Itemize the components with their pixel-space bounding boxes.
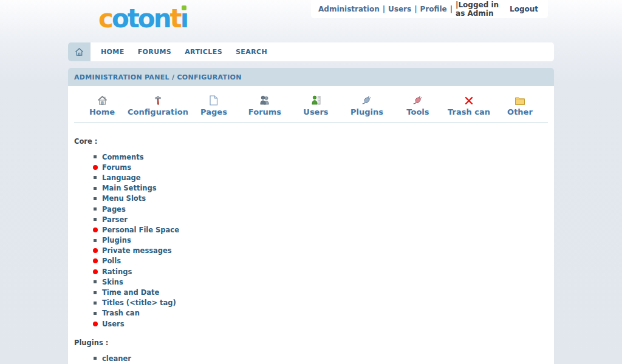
toolbar-item-plugins[interactable]: Plugins: [341, 95, 392, 116]
toolbar-label: Other: [507, 107, 533, 116]
red-dot-icon: [93, 322, 98, 326]
logo-i-dot: [182, 5, 186, 10]
toolbar-label: Trash can: [448, 107, 490, 116]
nav-home-button[interactable]: [68, 42, 91, 61]
square-bullet-icon: [94, 155, 97, 158]
toolbar-item-pages[interactable]: Pages: [188, 95, 239, 116]
config-link[interactable]: Plugins: [102, 236, 131, 244]
nav-item-home[interactable]: HOME: [94, 42, 131, 61]
list-item: Private messages: [93, 246, 554, 256]
toolbar-label: Forums: [248, 107, 281, 116]
list-item: Trash can: [93, 308, 554, 318]
list-item: Forums: [93, 162, 554, 172]
config-link[interactable]: Main Settings: [102, 184, 157, 192]
toolbar-item-tools[interactable]: Tools: [392, 95, 443, 116]
separator: |: [383, 5, 385, 13]
config-link[interactable]: cleaner: [102, 354, 131, 363]
toolbar-item-trashcan[interactable]: Trash can: [443, 95, 494, 116]
list-item: Time and Date: [93, 287, 554, 297]
list-item: Plugins: [93, 235, 554, 246]
nav-links: HOME FORUMS ARTICLES SEARCH: [91, 42, 554, 61]
red-plug-icon: [412, 95, 423, 106]
hammer-icon: [153, 95, 163, 106]
toolbar-label: Users: [303, 107, 328, 116]
list-item: Ratings: [93, 266, 554, 277]
red-dot-icon: [93, 165, 98, 170]
config-link[interactable]: Ratings: [102, 268, 132, 276]
nav-item-search[interactable]: SEARCH: [229, 42, 274, 61]
config-link[interactable]: Polls: [102, 257, 121, 265]
toolbar-item-forums[interactable]: Forums: [239, 95, 290, 116]
toolbar-item-configuration[interactable]: Configuration: [128, 95, 188, 116]
red-dot-icon: [93, 248, 98, 253]
square-bullet-icon: [94, 302, 97, 305]
square-bullet-icon: [94, 280, 97, 283]
red-dot-icon: [93, 228, 98, 232]
config-link[interactable]: Forums: [102, 163, 131, 172]
config-link[interactable]: Titles (<title> tag): [102, 298, 176, 307]
users-link[interactable]: Users: [388, 5, 411, 13]
list-item: Menu Slots: [93, 194, 554, 204]
plug-icon: [361, 95, 372, 106]
config-link[interactable]: Skins: [102, 278, 123, 286]
config-link[interactable]: Comments: [102, 153, 144, 161]
list-item: Titles (<title> tag): [93, 298, 554, 308]
config-sections: Core :CommentsForumsLanguageMain Setting…: [68, 123, 554, 363]
red-x-icon: [464, 95, 474, 106]
nav-item-articles[interactable]: ARTICLES: [178, 42, 229, 61]
house-icon: [97, 95, 108, 106]
logo-letter: t: [170, 4, 180, 33]
section-title: Plugins :: [74, 339, 554, 347]
list-item: Polls: [93, 256, 554, 266]
nav-item-forums[interactable]: FORUMS: [131, 42, 179, 61]
logo-letter: o: [138, 4, 154, 33]
logout-link[interactable]: Logout: [510, 5, 538, 13]
logo-letter: ı: [180, 4, 187, 33]
config-link[interactable]: Parser: [102, 215, 128, 224]
toolbar-label: Pages: [200, 107, 227, 116]
square-bullet-icon: [94, 187, 97, 190]
list-item: Personal File Space: [93, 224, 554, 235]
red-dot-icon: [93, 269, 98, 274]
config-link[interactable]: Personal File Space: [102, 226, 179, 234]
content-panel: Home Configuration Pages: [68, 86, 554, 364]
config-link[interactable]: Trash can: [102, 309, 140, 317]
square-bullet-icon: [94, 207, 97, 211]
config-list: cleaner: [74, 353, 554, 363]
list-item: Language: [93, 172, 554, 183]
config-link[interactable]: Language: [102, 174, 141, 182]
config-link[interactable]: Time and Date: [102, 288, 159, 297]
profile-link[interactable]: Profile: [420, 5, 447, 13]
document-icon: [209, 95, 218, 106]
list-item: Users: [93, 318, 554, 329]
toolbar-item-home[interactable]: Home: [77, 95, 128, 116]
toolbar-item-other[interactable]: Other: [494, 95, 545, 116]
toolbar-item-users[interactable]: Users: [290, 95, 341, 116]
user-menu-bar: Administration | Users | Profile | |Logg…: [311, 0, 548, 18]
logo-letter: n: [154, 4, 170, 33]
list-item: cleaner: [93, 353, 554, 363]
separator: |: [414, 5, 417, 13]
square-bullet-icon: [94, 239, 97, 242]
folder-icon: [514, 95, 525, 106]
square-bullet-icon: [94, 197, 97, 200]
administration-link[interactable]: Administration: [318, 5, 380, 13]
separator: |: [450, 5, 453, 13]
list-item: Skins: [93, 277, 554, 287]
list-item: Pages: [93, 204, 554, 214]
breadcrumb: ADMINISTRATION PANEL / CONFIGURATION: [68, 68, 554, 86]
config-link[interactable]: Pages: [102, 205, 126, 214]
square-bullet-icon: [94, 176, 97, 179]
red-dot-icon: [93, 258, 98, 263]
square-bullet-icon: [94, 291, 97, 294]
toolbar-label: Tools: [406, 107, 429, 116]
breadcrumb-text: ADMINISTRATION PANEL / CONFIGURATION: [74, 73, 242, 81]
admin-toolbar: Home Configuration Pages: [68, 86, 554, 116]
list-item: Parser: [93, 214, 554, 224]
user-list-icon: [311, 95, 321, 106]
people-icon: [259, 95, 270, 106]
list-item: Main Settings: [93, 183, 554, 194]
config-link[interactable]: Menu Slots: [102, 194, 146, 203]
config-link[interactable]: Users: [102, 320, 125, 328]
config-link[interactable]: Private messages: [102, 246, 172, 255]
